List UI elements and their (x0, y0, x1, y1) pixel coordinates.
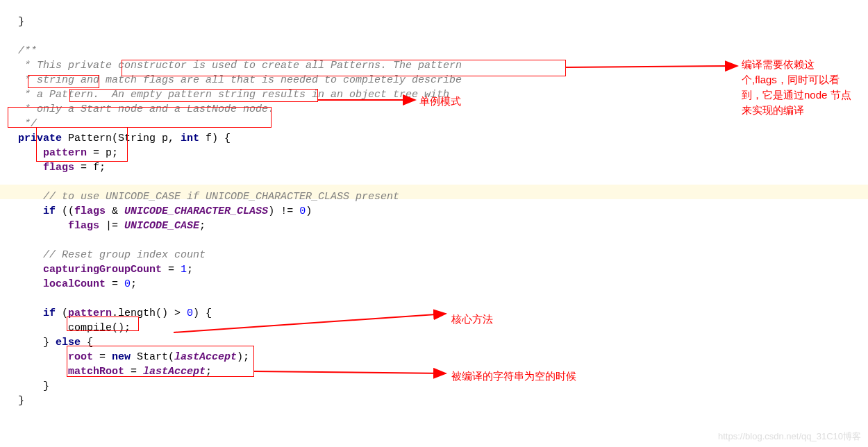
code-line: } (18, 395, 24, 407)
code-line: localCount = 0; (18, 278, 137, 290)
javadoc-line: * This private constructor is used to cr… (18, 60, 462, 71)
code-line: // to use UNICODE_CASE if UNICODE_CHARAC… (18, 191, 399, 203)
code-line: } (18, 16, 24, 28)
code-line: capturingGroupCount = 1; (18, 264, 193, 276)
javadoc-line: */ (18, 118, 37, 130)
annotation-compile-note-label: 编译需要依赖这个,flags，同时可以看到，它是通过node 节点来实现的编译 (742, 57, 860, 118)
code-line: pattern = p; (18, 147, 118, 159)
code-line: } else { (18, 337, 93, 348)
code-line: if ((flags & UNICODE_CHARACTER_CLASS) !=… (18, 205, 312, 217)
svg-line-2 (566, 66, 737, 67)
code-block: } /** * This private constructor is used… (0, 0, 462, 408)
javadoc-line: * only a Start node and a LastNode node. (18, 103, 274, 115)
annotation-core-method-label: 核心方法 (451, 312, 493, 327)
code-line: // Reset group index count (18, 249, 206, 261)
code-line: } (18, 380, 49, 392)
code-line: private Pattern(String p, int f) { (18, 133, 231, 144)
code-line: flags = f; (18, 162, 106, 174)
annotation-empty-string-label: 被编译的字符串为空的时候 (451, 369, 576, 384)
javadoc-line: * a Pattern. An empty pattern string res… (18, 89, 449, 101)
code-line: if (pattern.length() > 0) { (18, 307, 212, 319)
code-line: root = new Start(lastAccept); (18, 351, 249, 363)
code-line: compile(); (18, 322, 131, 334)
code-line: matchRoot = lastAccept; (18, 366, 212, 378)
javadoc-line: /** (18, 45, 37, 57)
code-line: flags |= UNICODE_CASE; (18, 220, 206, 232)
watermark-text: https://blog.csdn.net/qq_31C10博客 (718, 430, 861, 443)
annotation-singleton-label: 单例模式 (419, 94, 461, 109)
javadoc-line: * string and match flags are all that is… (18, 74, 462, 86)
